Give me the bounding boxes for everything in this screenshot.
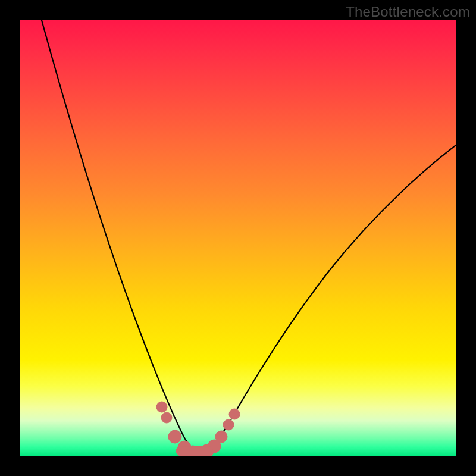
highlight-marker-group <box>156 402 240 456</box>
marker-dot <box>229 409 240 419</box>
curve-layer <box>20 20 456 456</box>
bottleneck-curve-left <box>42 20 199 455</box>
marker-dot <box>223 419 234 430</box>
marker-base-bar <box>176 446 213 456</box>
marker-dot <box>156 402 167 412</box>
marker-dot <box>215 431 227 443</box>
marker-dot <box>161 412 172 423</box>
marker-dot <box>168 430 181 443</box>
plot-area <box>20 20 456 456</box>
chart-frame: TheBottleneck.com <box>0 0 476 476</box>
bottleneck-curve-right <box>199 145 456 455</box>
watermark-text: TheBottleneck.com <box>346 4 470 20</box>
